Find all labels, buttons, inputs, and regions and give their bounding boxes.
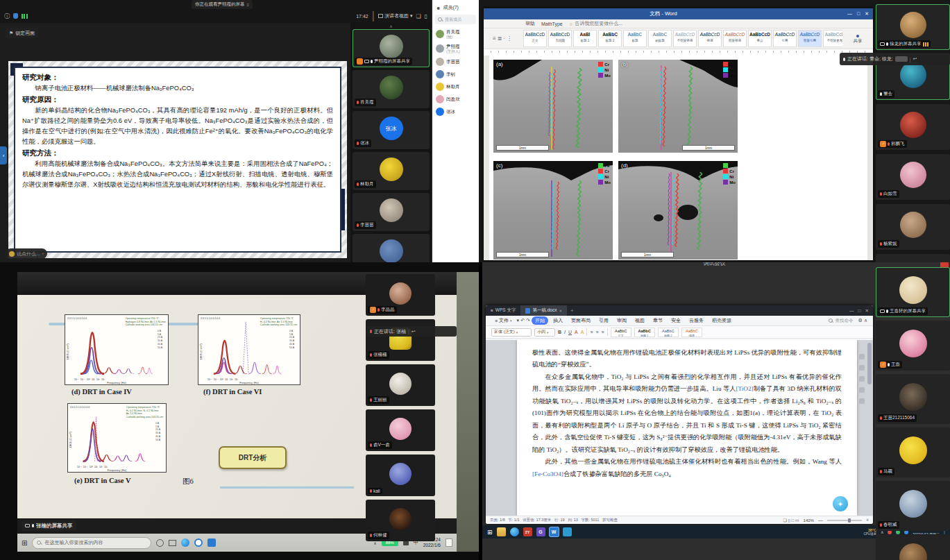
video-thumbnail[interactable]: ☝郭鹏飞 — [876, 104, 950, 150]
video-thumbnail[interactable]: 张楠楠 — [366, 319, 435, 361]
wps-statusbar: 页面: 1/8 节: 1/1 设置值: 17.3厘米 行: 19 列: 13 字… — [486, 516, 873, 524]
info-icon[interactable]: ⓘ — [4, 12, 10, 20]
plot-annotation: Operating temperature 720 ℃ Hydrogen 0.8… — [125, 317, 166, 327]
video-thumbnail-screen-share[interactable]: 尹熙霞的屏幕共享 — [353, 29, 430, 67]
font-color-button: A — [575, 330, 578, 334]
slide-paragraph-2: 新的单斜晶结构的化合物Na₃FePO₄CO₃，其具有高的理论容量192 mAh/… — [22, 105, 333, 147]
participant-name-tag: 张楠楠 — [368, 351, 389, 359]
video-thumbnail[interactable]: ☝李晶晶 — [366, 274, 435, 316]
wps-tabbar: ≡WPS 文字 第一稿.docx ✕ + — □ ✕ — [486, 305, 873, 316]
toast-collapse-icon[interactable]: ≡ — [247, 3, 250, 7]
reply-icon[interactable]: ↩ — [412, 329, 416, 334]
participant-name-tag: ☝王磊 — [878, 361, 902, 368]
task-view-icon — [169, 540, 176, 546]
minimize-button: — — [847, 11, 852, 17]
video-thumbnail-partial[interactable] — [876, 534, 950, 560]
wps-window: ≡WPS 文字 第一稿.docx ✕ + — □ ✕ ≡文件▾ ▾ ↶ ↷ 开始… — [486, 305, 873, 524]
video-thumbnail-partial[interactable] — [876, 254, 950, 262]
ribbon-tab-help: 帮助 — [525, 20, 535, 27]
video-thumbnail[interactable]: ☝王磊 — [876, 321, 950, 371]
sidebar-toggle-button[interactable]: ▯ — [425, 13, 427, 19]
close-tab-icon: ✕ — [559, 309, 562, 313]
screen-share-icon — [364, 60, 369, 63]
avatar — [436, 58, 444, 66]
participant-name-tag: 马颖 — [878, 468, 894, 475]
strip-scroll-up[interactable]: ∧ — [353, 24, 430, 29]
slide-divider-line-2 — [220, 486, 354, 489]
style-gallery: AaBbCcD正文 AaBbCcD无间隔 AaBI标题 1 AaBbC标题 2 … — [523, 29, 842, 48]
video-thumbnail[interactable]: 李苗苗 — [353, 193, 430, 231]
member-search-input[interactable]: 搜索成员 — [435, 15, 476, 24]
members-header: ☻ 成员(7) — [432, 0, 479, 13]
collapse-strip-button[interactable]: ‹ — [0, 146, 7, 164]
status-info: 页面: 1/8 节: 1/1 设置值: 17.3厘米 行: 19 列: 13 字… — [490, 518, 618, 523]
video-thumbnail[interactable]: 俞V一俞 — [366, 409, 435, 451]
video-thumbnail[interactable]: 杨紫妮 — [876, 204, 950, 250]
video-thumbnail[interactable]: kali — [366, 455, 435, 496]
member-row[interactable]: 李苗苗 — [432, 56, 479, 68]
wps-doc-area: 极性表面。这使得金属氧化物在用作锂硫电池正极催化材料时表现出对 LiPSs 优异… — [486, 340, 873, 516]
edge-icon — [181, 538, 189, 547]
video-thumbnail[interactable]: 马颖 — [876, 427, 950, 477]
chevron-left-icon: ‹ — [3, 153, 5, 159]
mic-off-icon — [357, 142, 359, 145]
pin-view-button[interactable]: ⚑ 锁定画面 — [6, 28, 38, 38]
doc-paragraph: 极性表面。这使得金属氧化物在用作锂硫电池正极催化材料时表现出对 LiPSs 优异… — [532, 347, 842, 371]
video-thumbnail[interactable]: 王丽丽 — [366, 364, 435, 406]
video-thumbnail[interactable]: 王苗212115064 — [876, 374, 950, 424]
clock-app-icon — [194, 538, 203, 547]
video-thumbnail[interactable]: 白如雪 — [876, 154, 950, 200]
meeting-panel-top-right: 文档 - Word — □ ✕ 帮助 MathType ☼告诉我您想要做什么..… — [479, 0, 950, 262]
slide-paragraph-1: 钠离子电池正极材料——机械球磨法制备Na₃FePO₄CO₃ — [22, 83, 333, 94]
video-thumbnail[interactable]: 肖美霞 — [353, 70, 430, 108]
avatar — [899, 490, 927, 518]
figure-tag: (b) — [621, 61, 628, 67]
participant-name-tag: 王苗212115064 — [878, 414, 917, 422]
view-mode-icons: ❏ ▯ □ ▭ — [783, 518, 799, 523]
doc-paragraph: 此外，其他一些金属氧化物在用作锂硫电池硫主体催化材料时也有着相当出色的性能。例如… — [532, 456, 842, 480]
file-menu: ≡文件▾ — [491, 316, 516, 325]
figure-legend: Fe Cr Ni Mo — [723, 163, 736, 185]
member-row[interactable]: 肖美霞(我) — [432, 27, 479, 42]
ribbon-tab-references: 引用 — [595, 316, 612, 325]
minimize-button: — — [849, 308, 854, 314]
collapse-ribbon-icon: ∧ — [864, 318, 867, 323]
close-button: ✕ — [865, 11, 869, 17]
figure-number: 图6 — [183, 477, 194, 486]
tell-me-box: ☼告诉我您想要做什么... — [569, 20, 622, 27]
mic-off-icon — [880, 523, 882, 527]
italic-button: I — [564, 330, 566, 334]
speaking-toast-label: 正在讲话: 张楠 — [374, 328, 406, 335]
style-chip: AaBbC强调 — [681, 328, 702, 337]
avatar — [899, 330, 927, 357]
video-thumbnail[interactable]: 张冰 张冰 — [353, 111, 430, 149]
avatar — [436, 108, 444, 116]
ribbon-tab-security: 安全 — [668, 316, 684, 325]
member-row[interactable]: 闫盈欣 — [432, 93, 479, 105]
video-thumbnail-partial[interactable] — [353, 234, 430, 262]
member-row[interactable]: 李钊 — [432, 68, 479, 80]
start-button: ⊞ — [22, 539, 27, 547]
member-row[interactable]: 张冰 — [432, 105, 479, 118]
slide-heading-3: 研究方法： — [22, 149, 333, 158]
member-row[interactable]: 尹熙霞(主持人) — [432, 42, 479, 56]
hand-raised-icon: ☝ — [880, 141, 886, 147]
view-mode-menu[interactable]: 演讲者视图 ▾ — [378, 12, 413, 19]
member-row[interactable]: 林勤月 — [432, 80, 479, 93]
video-thumbnail[interactable]: 春明威 — [876, 481, 950, 531]
fullscreen-button[interactable]: ❏ — [416, 13, 421, 19]
video-thumbnail-screen-share[interactable]: 王嘉轩的屏幕共享 — [876, 267, 950, 317]
reply-icon[interactable]: ↩ — [913, 56, 917, 62]
video-thumbnail[interactable]: 林勤月 — [353, 152, 430, 190]
chat-input[interactable]: 说点什么... ‹ — [6, 248, 47, 259]
participant-name-tag: ☝李晶晶 — [368, 306, 397, 314]
members-count-label: 成员(7) — [443, 4, 459, 11]
align-right-icon: ≡ — [602, 330, 604, 334]
style-chip: AaBbCcD不明显参考 — [823, 30, 842, 47]
screen-share-label: 张楠的屏幕共享 — [22, 520, 76, 531]
video-thumbnail[interactable]: 何林健 — [366, 500, 435, 541]
participant-name-tag: 肖美霞 — [355, 99, 376, 106]
sem-figure-a: (a) Cr Ni Mo 1mm — [493, 60, 613, 153]
video-thumbnail-screen-share[interactable]: 徐龙的屏幕共享 — [876, 4, 950, 50]
avatar — [900, 162, 926, 188]
